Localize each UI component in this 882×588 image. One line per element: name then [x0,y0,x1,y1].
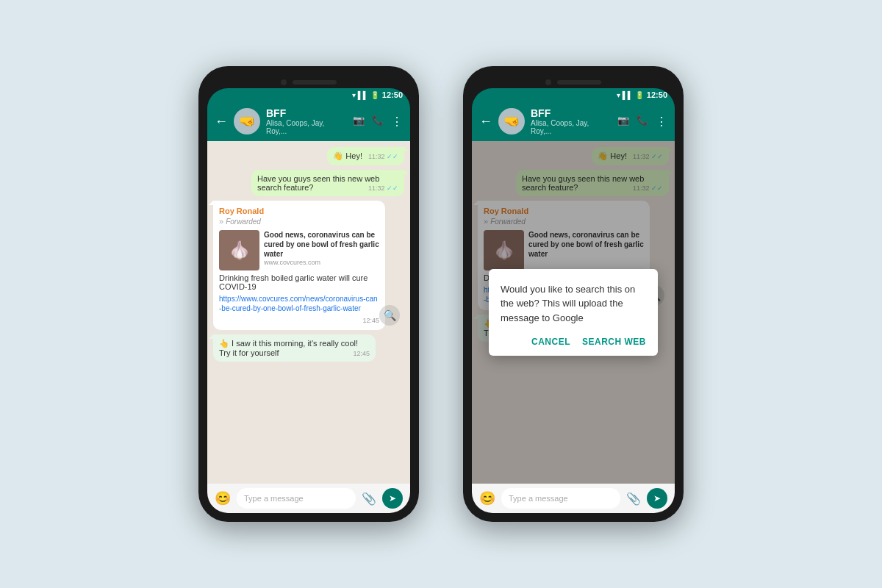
send-button-right[interactable]: ➤ [647,488,667,509]
back-button-left[interactable]: ← [215,114,228,129]
search-web-button-left[interactable]: 🔍 [379,305,400,326]
dialog-text: Would you like to search this on the web… [501,282,646,326]
chat-area-left: 👋 Hey! 11:32 ✓✓ Have you guys seen this … [207,141,410,484]
phone-screen-right: ▾ ▌▌ 🔋 12:50 ← 🤜 BFF Alisa, Coops, Jay, … [472,88,675,513]
forwarded-label-left: » Forwarded [219,217,379,226]
forwarded-card-info-left: Good news, coronavirus can be cured by o… [264,230,379,270]
msg-text-sent-1-left: 👋 Hey! [333,151,362,160]
group-name-left: BFF [266,107,347,119]
front-camera-right [545,79,551,85]
msg-sent-1-left: 👋 Hey! 11:32 ✓✓ [327,147,404,165]
forwarded-card-title-left: Good news, coronavirus can be cured by o… [264,230,379,259]
forwarded-time-left: 12:45 [362,317,379,324]
speaker-left [293,80,337,85]
phones-container: ▾ ▌▌ 🔋 12:50 ← 🤜 BFF Alisa, Coops, Jay, … [198,66,684,522]
front-camera-left [281,79,287,85]
forwarded-card-left: 🧄 Good news, coronavirus can be cured by… [219,230,379,270]
header-info-left: BFF Alisa, Coops, Jay, Roy,... [266,107,347,135]
message-input-right[interactable]: Type a message [501,488,620,509]
group-name-right: BFF [531,107,612,119]
group-avatar-left: 🤜 [234,108,260,135]
forwarded-card-url-left: www.covcures.com [264,259,379,266]
status-bar-left: ▾ ▌▌ 🔋 12:50 [207,88,410,101]
header-actions-left: 📷 📞 ⋮ [353,115,403,129]
msg-time-sent-1-left: 11:32 ✓✓ [368,153,398,160]
phone-icon-right[interactable]: 📞 [637,115,648,129]
msg-time-sent-2-left: 11:32 ✓✓ [368,184,398,192]
attach-btn-right[interactable]: 📎 [626,492,641,506]
wifi-icon-left: ▾ [352,91,356,99]
received-time-left: 12:45 [353,350,370,357]
dialog-overlay: Would you like to search this on the web… [472,141,675,484]
phone-notch-left [207,75,410,88]
forwarded-sender-left: Roy Ronald [219,207,379,215]
status-time-right: 12:50 [647,90,667,99]
msg-received-left: 👆 I saw it this morning, it's really coo… [213,334,376,362]
forwarded-link-left: https://www.covcures.com/news/coronaviru… [219,294,379,313]
phone-right: ▾ ▌▌ 🔋 12:50 ← 🤜 BFF Alisa, Coops, Jay, … [463,66,684,522]
phone-notch-right [472,75,675,88]
bottom-bar-left: 😊 Type a message 📎 ➤ [207,484,410,513]
dialog-cancel-button[interactable]: CANCEL [531,337,570,347]
dialog-actions: CANCEL SEARCH WEB [501,337,646,347]
attach-btn-left[interactable]: 📎 [362,492,376,506]
wa-header-right: ← 🤜 BFF Alisa, Coops, Jay, Roy,... 📷 📞 ⋮ [472,101,675,141]
group-members-right: Alisa, Coops, Jay, Roy,... [531,119,612,135]
msg-sent-2-left: Have you guys seen this new web search f… [251,170,404,196]
search-web-dialog: Would you like to search this on the web… [489,269,658,356]
forward-arrows-icon-left: » [219,217,223,226]
battery-icon-right: 🔋 [635,91,644,99]
more-icon-right[interactable]: ⋮ [656,115,667,129]
forwarded-body-left: Drinking fresh boiled garlic water will … [219,273,379,291]
group-avatar-right: 🤜 [498,108,525,135]
wifi-icon-right: ▾ [617,91,620,99]
phone-left: ▾ ▌▌ 🔋 12:50 ← 🤜 BFF Alisa, Coops, Jay, … [198,66,419,522]
emoji-btn-right[interactable]: 😊 [479,490,495,506]
header-info-right: BFF Alisa, Coops, Jay, Roy,... [531,107,612,135]
speaker-right [557,80,601,85]
send-icon-right: ➤ [653,493,661,503]
msg-text-sent-2-left: Have you guys seen this new web search f… [257,174,379,192]
send-button-left[interactable]: ➤ [382,488,403,509]
forwarded-wrapper-left: Roy Ronald » Forwarded 🧄 Good news, coro… [213,201,404,330]
forwarded-bubble-left: Roy Ronald » Forwarded 🧄 Good news, coro… [213,201,385,330]
more-icon-left[interactable]: ⋮ [391,115,403,129]
status-time-left: 12:50 [382,90,403,99]
ticks-1-left: ✓✓ [387,153,398,160]
phone-screen-left: ▾ ▌▌ 🔋 12:50 ← 🤜 BFF Alisa, Coops, Jay, … [207,88,410,513]
dialog-search-button[interactable]: SEARCH WEB [582,337,646,347]
signal-icon-right: ▌▌ [623,91,633,99]
chat-area-right: 👋 Hey! 11:32 ✓✓ Have you guys seen this … [472,141,675,484]
bottom-bar-right: 😊 Type a message 📎 ➤ [472,484,675,513]
signal-icon-left: ▌▌ [358,91,368,99]
header-actions-right: 📷 📞 ⋮ [617,115,667,129]
forwarded-img-left: 🧄 [219,230,259,270]
back-button-right[interactable]: ← [479,114,492,129]
send-icon-left: ➤ [389,493,396,503]
received-emoji-left: 👆 [219,339,229,348]
group-members-left: Alisa, Coops, Jay, Roy,... [266,119,347,135]
phone-icon-left[interactable]: 📞 [372,115,384,129]
status-bar-right: ▾ ▌▌ 🔋 12:50 [472,88,675,101]
video-icon-right[interactable]: 📷 [617,115,629,129]
status-icons-left: ▾ ▌▌ 🔋 [352,91,379,99]
video-icon-left[interactable]: 📷 [353,115,365,129]
status-icons-right: ▾ ▌▌ 🔋 [617,91,644,99]
received-text-left: I saw it this morning, it's really cool!… [219,339,358,357]
emoji-btn-left[interactable]: 😊 [215,490,231,506]
message-input-left[interactable]: Type a message [237,488,356,509]
battery-icon-left: 🔋 [370,91,379,99]
wa-header-left: ← 🤜 BFF Alisa, Coops, Jay, Roy,... 📷 📞 ⋮ [207,101,410,141]
